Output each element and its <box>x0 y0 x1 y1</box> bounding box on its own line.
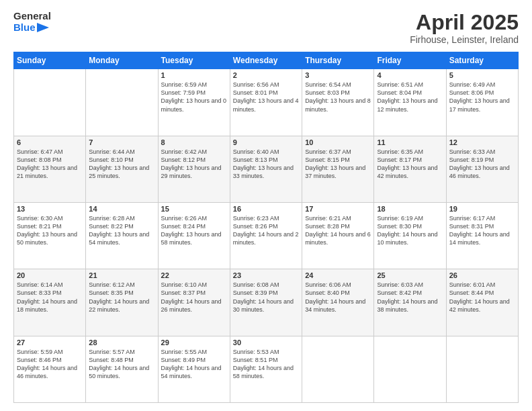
calendar-cell: 20Sunrise: 6:14 AM Sunset: 8:33 PM Dayli… <box>14 269 86 336</box>
calendar-cell: 3Sunrise: 6:54 AM Sunset: 8:03 PM Daylig… <box>302 69 374 136</box>
cell-info: Sunrise: 6:44 AM Sunset: 8:10 PM Dayligh… <box>89 148 154 181</box>
calendar-cell: 14Sunrise: 6:28 AM Sunset: 8:22 PM Dayli… <box>86 202 158 269</box>
day-number: 2 <box>233 71 299 79</box>
calendar-cell: 8Sunrise: 6:42 AM Sunset: 8:12 PM Daylig… <box>158 136 230 202</box>
calendar-cell: 21Sunrise: 6:12 AM Sunset: 8:35 PM Dayli… <box>86 269 158 336</box>
cell-info: Sunrise: 6:28 AM Sunset: 8:22 PM Dayligh… <box>89 214 154 247</box>
day-number: 23 <box>233 271 299 279</box>
title-block: April 2025 Firhouse, Leinster, Ireland <box>410 11 519 45</box>
calendar-cell: 6Sunrise: 6:47 AM Sunset: 8:08 PM Daylig… <box>14 136 86 202</box>
calendar-cell <box>302 336 374 402</box>
calendar-cell: 7Sunrise: 6:44 AM Sunset: 8:10 PM Daylig… <box>86 136 158 202</box>
day-number: 24 <box>305 271 371 279</box>
cell-info: Sunrise: 6:51 AM Sunset: 8:04 PM Dayligh… <box>377 81 443 113</box>
day-number: 15 <box>161 205 227 213</box>
cell-info: Sunrise: 6:03 AM Sunset: 8:42 PM Dayligh… <box>377 281 443 314</box>
day-number: 29 <box>161 338 227 347</box>
calendar-header-saturday: Saturday <box>446 52 518 69</box>
day-number: 16 <box>233 205 299 213</box>
calendar-table: SundayMondayTuesdayWednesdayThursdayFrid… <box>13 52 519 403</box>
cell-info: Sunrise: 6:56 AM Sunset: 8:01 PM Dayligh… <box>233 81 299 113</box>
day-number: 17 <box>305 205 371 213</box>
calendar-header-tuesday: Tuesday <box>158 52 230 69</box>
cell-info: Sunrise: 6:40 AM Sunset: 8:13 PM Dayligh… <box>233 148 299 181</box>
day-number: 1 <box>161 71 227 79</box>
header: General Blue April 2025 Firhouse, Leinst… <box>13 11 519 45</box>
cell-info: Sunrise: 6:17 AM Sunset: 8:31 PM Dayligh… <box>449 214 515 247</box>
day-number: 9 <box>233 138 299 146</box>
logo-text: General Blue <box>13 11 51 33</box>
cell-info: Sunrise: 6:37 AM Sunset: 8:15 PM Dayligh… <box>305 148 371 181</box>
calendar-cell: 19Sunrise: 6:17 AM Sunset: 8:31 PM Dayli… <box>446 202 518 269</box>
cell-info: Sunrise: 6:14 AM Sunset: 8:33 PM Dayligh… <box>17 281 83 314</box>
calendar-week-2: 6Sunrise: 6:47 AM Sunset: 8:08 PM Daylig… <box>14 136 519 202</box>
calendar-cell: 10Sunrise: 6:37 AM Sunset: 8:15 PM Dayli… <box>302 136 374 202</box>
calendar-cell: 28Sunrise: 5:57 AM Sunset: 8:48 PM Dayli… <box>86 336 158 402</box>
cell-info: Sunrise: 6:49 AM Sunset: 8:06 PM Dayligh… <box>449 81 515 113</box>
calendar-cell: 15Sunrise: 6:26 AM Sunset: 8:24 PM Dayli… <box>158 202 230 269</box>
calendar-cell: 11Sunrise: 6:35 AM Sunset: 8:17 PM Dayli… <box>374 136 446 202</box>
logo-arrow-icon <box>37 23 49 32</box>
calendar-cell: 1Sunrise: 6:59 AM Sunset: 7:59 PM Daylig… <box>158 69 230 136</box>
day-number: 18 <box>377 205 443 213</box>
cell-info: Sunrise: 6:12 AM Sunset: 8:35 PM Dayligh… <box>89 281 154 314</box>
logo-general: General <box>13 11 51 22</box>
day-number: 5 <box>449 71 515 79</box>
cell-info: Sunrise: 6:26 AM Sunset: 8:24 PM Dayligh… <box>161 214 227 247</box>
calendar-cell: 27Sunrise: 5:59 AM Sunset: 8:46 PM Dayli… <box>14 336 86 402</box>
day-number: 14 <box>89 205 154 213</box>
calendar-cell: 9Sunrise: 6:40 AM Sunset: 8:13 PM Daylig… <box>230 136 302 202</box>
calendar-cell <box>446 336 518 402</box>
calendar-cell: 13Sunrise: 6:30 AM Sunset: 8:21 PM Dayli… <box>14 202 86 269</box>
calendar-cell: 24Sunrise: 6:06 AM Sunset: 8:40 PM Dayli… <box>302 269 374 336</box>
calendar-cell <box>14 69 86 136</box>
calendar-cell: 29Sunrise: 5:55 AM Sunset: 8:49 PM Dayli… <box>158 336 230 402</box>
month-title: April 2025 <box>410 11 519 34</box>
day-number: 11 <box>377 138 443 146</box>
calendar-cell: 4Sunrise: 6:51 AM Sunset: 8:04 PM Daylig… <box>374 69 446 136</box>
calendar-cell: 26Sunrise: 6:01 AM Sunset: 8:44 PM Dayli… <box>446 269 518 336</box>
day-number: 3 <box>305 71 371 79</box>
calendar-cell <box>374 336 446 402</box>
calendar-cell: 23Sunrise: 6:08 AM Sunset: 8:39 PM Dayli… <box>230 269 302 336</box>
day-number: 27 <box>17 338 83 347</box>
calendar-week-5: 27Sunrise: 5:59 AM Sunset: 8:46 PM Dayli… <box>14 336 519 402</box>
day-number: 30 <box>233 338 299 347</box>
calendar-week-1: 1Sunrise: 6:59 AM Sunset: 7:59 PM Daylig… <box>14 69 519 136</box>
cell-info: Sunrise: 6:01 AM Sunset: 8:44 PM Dayligh… <box>449 281 515 314</box>
cell-info: Sunrise: 5:57 AM Sunset: 8:48 PM Dayligh… <box>89 348 154 381</box>
day-number: 12 <box>449 138 515 146</box>
day-number: 21 <box>89 271 154 279</box>
calendar-cell: 12Sunrise: 6:33 AM Sunset: 8:19 PM Dayli… <box>446 136 518 202</box>
cell-info: Sunrise: 6:19 AM Sunset: 8:30 PM Dayligh… <box>377 214 443 247</box>
logo: General Blue <box>13 11 51 33</box>
cell-info: Sunrise: 6:23 AM Sunset: 8:26 PM Dayligh… <box>233 214 299 247</box>
day-number: 20 <box>17 271 83 279</box>
cell-info: Sunrise: 6:54 AM Sunset: 8:03 PM Dayligh… <box>305 81 371 113</box>
cell-info: Sunrise: 6:33 AM Sunset: 8:19 PM Dayligh… <box>449 148 515 181</box>
svg-marker-0 <box>37 23 49 32</box>
calendar-cell: 22Sunrise: 6:10 AM Sunset: 8:37 PM Dayli… <box>158 269 230 336</box>
day-number: 6 <box>17 138 83 146</box>
cell-info: Sunrise: 5:59 AM Sunset: 8:46 PM Dayligh… <box>17 348 83 381</box>
day-number: 19 <box>449 205 515 213</box>
calendar-header-friday: Friday <box>374 52 446 69</box>
day-number: 13 <box>17 205 83 213</box>
calendar-cell: 30Sunrise: 5:53 AM Sunset: 8:51 PM Dayli… <box>230 336 302 402</box>
cell-info: Sunrise: 6:06 AM Sunset: 8:40 PM Dayligh… <box>305 281 371 314</box>
cell-info: Sunrise: 5:55 AM Sunset: 8:49 PM Dayligh… <box>161 348 227 381</box>
day-number: 7 <box>89 138 154 146</box>
cell-info: Sunrise: 6:10 AM Sunset: 8:37 PM Dayligh… <box>161 281 227 314</box>
cell-info: Sunrise: 6:47 AM Sunset: 8:08 PM Dayligh… <box>17 148 83 181</box>
calendar-header-thursday: Thursday <box>302 52 374 69</box>
cell-info: Sunrise: 6:30 AM Sunset: 8:21 PM Dayligh… <box>17 214 83 247</box>
calendar-header-row: SundayMondayTuesdayWednesdayThursdayFrid… <box>14 52 519 69</box>
calendar-cell: 17Sunrise: 6:21 AM Sunset: 8:28 PM Dayli… <box>302 202 374 269</box>
calendar-week-4: 20Sunrise: 6:14 AM Sunset: 8:33 PM Dayli… <box>14 269 519 336</box>
calendar-week-3: 13Sunrise: 6:30 AM Sunset: 8:21 PM Dayli… <box>14 202 519 269</box>
cell-info: Sunrise: 6:59 AM Sunset: 7:59 PM Dayligh… <box>161 81 227 113</box>
calendar-cell: 16Sunrise: 6:23 AM Sunset: 8:26 PM Dayli… <box>230 202 302 269</box>
calendar-header-sunday: Sunday <box>14 52 86 69</box>
cell-info: Sunrise: 6:21 AM Sunset: 8:28 PM Dayligh… <box>305 214 371 247</box>
calendar-cell: 2Sunrise: 6:56 AM Sunset: 8:01 PM Daylig… <box>230 69 302 136</box>
